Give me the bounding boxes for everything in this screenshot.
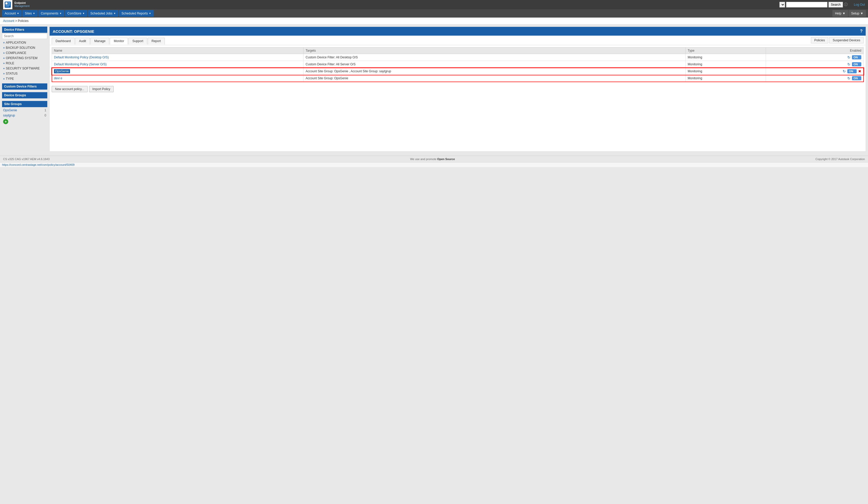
site-group-opsgenie-link[interactable]: OpsGenie (3, 108, 17, 112)
logout-link[interactable]: Log Out (854, 3, 865, 7)
table-row: OpsGenie Account Site Group: OpsGenie , … (52, 68, 864, 75)
policy-targets-cell: Account Site Group: OpsGenie (303, 75, 685, 82)
top-bar: Endpoint Management Search ⓘ Log Out (0, 0, 868, 9)
sidebar-item-role[interactable]: + ROLE (2, 61, 47, 66)
footer-copyright: Copyright © 2017 Autotask Corporation (815, 158, 865, 160)
table-container: Name Targets Type Enabled Default Monito… (50, 45, 866, 84)
main-panel: ACCOUNT: OPSGENIE ? Dashboard Audit Mana… (49, 27, 866, 151)
device-filters-header: Device Filters (2, 27, 47, 33)
device-groups-header: Device Groups (2, 92, 47, 98)
policy-name-cell: Default Monitoring Policy (Server O/S) (52, 61, 303, 68)
sync-icon-1[interactable]: ↻ (847, 55, 850, 59)
role-expand-icon: + (3, 62, 5, 65)
tabs-left: Dashboard Audit Manage Monitor Support R… (52, 38, 165, 44)
policy-targets-cell: Custom Device Filter: All Server O/S (303, 61, 685, 68)
comstore-dropdown-arrow: ▼ (82, 12, 85, 15)
policies-tab-btn[interactable]: Policies (811, 37, 828, 43)
tab-audit[interactable]: Audit (75, 38, 90, 44)
toggle-on-1[interactable]: ON (852, 55, 861, 59)
site-group-saytgrup[interactable]: saytgrup 0 (2, 113, 47, 118)
os-expand-icon: + (3, 56, 5, 60)
nav-help[interactable]: Help ▼ (832, 10, 848, 17)
tab-dashboard[interactable]: Dashboard (52, 38, 75, 44)
sidebar-item-type[interactable]: + TYPE (2, 76, 47, 81)
policy-type-cell: Monitoring (685, 54, 766, 61)
policy-name-cell: devi e (52, 75, 303, 82)
sidebar-item-backup[interactable]: + BACKUP SOLUTION (2, 45, 47, 50)
policy-enabled-cell: ↻ ON (766, 61, 863, 68)
svg-rect-4 (6, 5, 10, 6)
sidebar-item-os[interactable]: + OPERATING SYSTEM (2, 55, 47, 61)
status-expand-icon: + (3, 72, 5, 75)
nav-sites[interactable]: Sites ▼ (22, 10, 38, 17)
sidebar-item-application[interactable]: + APPLICATION (2, 40, 47, 45)
nav-setup[interactable]: Setup ▼ (849, 10, 866, 17)
tab-manage[interactable]: Manage (90, 38, 109, 44)
new-account-policy-button[interactable]: New account policy... (52, 86, 87, 92)
compliance-expand-icon: + (3, 51, 5, 54)
nav-components[interactable]: Components ▼ (38, 10, 64, 17)
sidebar-item-status[interactable]: + STATUS (2, 71, 47, 76)
components-dropdown-arrow: ▼ (59, 12, 62, 15)
breadcrumb-parent[interactable]: Account (3, 19, 14, 23)
policy-link-4[interactable]: devi e (54, 76, 62, 80)
policy-name-cell-highlighted: OpsGenie (52, 68, 303, 75)
sidebar-item-compliance[interactable]: + COMPLIANCE (2, 50, 47, 55)
nav-comstore[interactable]: ComStore ▼ (65, 10, 87, 17)
table-row: devi e Account Site Group: OpsGenie Moni… (52, 75, 864, 82)
type-expand-icon: + (3, 77, 5, 80)
site-group-saytgrup-link[interactable]: saytgrup (3, 114, 15, 117)
nav-right-buttons: Help ▼ Setup ▼ (832, 10, 866, 17)
nav-scheduled-reports[interactable]: Scheduled Reports ▼ (119, 10, 154, 17)
scheduledjobs-dropdown-arrow: ▼ (113, 12, 116, 15)
account-dropdown-arrow: ▼ (17, 12, 19, 15)
breadcrumb-current: Policies (18, 19, 28, 23)
col-name: Name (52, 48, 303, 54)
highlighted-policy-name: OpsGenie (54, 69, 70, 73)
nav-scheduled-jobs[interactable]: Scheduled Jobs ▼ (88, 10, 118, 17)
policy-link-1[interactable]: Default Monitoring Policy (Desktop O/S) (54, 55, 109, 59)
custom-device-filters-header: Custom Device Filters (2, 83, 47, 90)
col-targets: Targets (303, 48, 685, 54)
top-right-area: Search ⓘ Log Out (779, 2, 865, 8)
svg-rect-5 (6, 6, 9, 7)
sidebar-item-security[interactable]: + SECURITY SOFTWARE (2, 66, 47, 71)
delete-icon-3[interactable]: ✖ (858, 69, 861, 73)
open-source-link[interactable]: Open Source (437, 158, 455, 160)
content-area: Device Filters + APPLICATION + BACKUP SO… (0, 24, 868, 154)
toggle-on-2[interactable]: ON (852, 62, 861, 66)
tab-report[interactable]: Report (148, 38, 165, 44)
sidebar-search-input[interactable] (2, 33, 47, 39)
app-title: Endpoint Management (14, 1, 30, 8)
search-input[interactable] (786, 2, 827, 8)
policy-enabled-cell: ↻ ON ✖ (766, 68, 863, 75)
tab-support[interactable]: Support (128, 38, 147, 44)
table-row: Default Monitoring Policy (Server O/S) C… (52, 61, 864, 68)
panel-title: ACCOUNT: OPSGENIE (53, 29, 94, 34)
site-group-opsgenie[interactable]: OpsGenie 1 (2, 108, 47, 113)
nav-account[interactable]: Account ▼ (2, 10, 22, 17)
toggle-on-3[interactable]: ON (847, 69, 857, 73)
add-site-group-button[interactable]: + (3, 119, 8, 124)
panel-help-icon[interactable]: ? (860, 29, 862, 34)
search-button[interactable]: Search (828, 2, 843, 8)
search-type-select[interactable] (779, 2, 785, 8)
sync-icon-3[interactable]: ↻ (843, 69, 846, 73)
logo-area: Endpoint Management (3, 0, 30, 9)
policy-name-cell: Default Monitoring Policy (Desktop O/S) (52, 54, 303, 61)
policy-link-2[interactable]: Default Monitoring Policy (Server O/S) (54, 63, 106, 66)
scheduledreports-dropdown-arrow: ▼ (149, 12, 151, 15)
sites-dropdown-arrow: ▼ (33, 12, 35, 15)
search-form: Search ⓘ (779, 2, 848, 8)
toggle-on-4[interactable]: ON (852, 76, 861, 80)
bottom-buttons: New account policy... Import Policy (50, 84, 866, 94)
sync-icon-2[interactable]: ↻ (847, 62, 850, 66)
footer: CS v325 CAG v1967 AEM v4.6.1643 We use a… (0, 156, 868, 162)
tab-monitor[interactable]: Monitor (110, 38, 128, 44)
svg-rect-3 (8, 4, 10, 4)
suspended-devices-tab-btn[interactable]: Suspended Devices (829, 37, 864, 43)
import-policy-button[interactable]: Import Policy (89, 86, 114, 92)
policies-table: Name Targets Type Enabled Default Monito… (52, 47, 864, 82)
setup-dropdown-arrow: ▼ (860, 12, 863, 15)
sync-icon-4[interactable]: ↻ (847, 76, 850, 80)
